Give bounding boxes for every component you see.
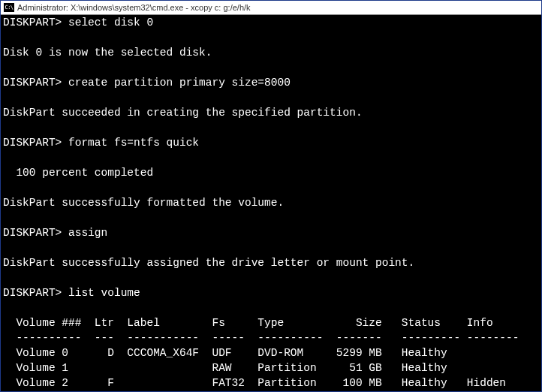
- titlebar[interactable]: C:\ Administrator: X:\windows\system32\c…: [1, 1, 541, 15]
- volume-header: Volume ### Ltr Label Fs Type Size Status…: [3, 315, 539, 330]
- terminal-line: DISKPART> select disk 0: [3, 15, 539, 30]
- volume-row: Volume 1 RAW Partition 51 GB Healthy: [3, 360, 539, 375]
- terminal-line: [3, 240, 539, 255]
- terminal-line: [3, 60, 539, 75]
- terminal-line: DISKPART> list volume: [3, 285, 539, 300]
- terminal-line: DISKPART> format fs=ntfs quick: [3, 135, 539, 150]
- cmd-icon: C:\: [4, 3, 14, 12]
- terminal-line: [3, 30, 539, 45]
- terminal-line: DISKPART> assign: [3, 225, 539, 240]
- volume-divider: ---------- --- ----------- ----- -------…: [3, 330, 539, 345]
- terminal-line: [3, 180, 539, 195]
- terminal-line: DISKPART> create partition primary size=…: [3, 75, 539, 90]
- terminal-line: 100 percent completed: [3, 165, 539, 180]
- window-title: Administrator: X:\windows\system32\cmd.e…: [17, 3, 251, 12]
- terminal-line: DiskPart successfully assigned the drive…: [3, 255, 539, 270]
- terminal-line: [3, 120, 539, 135]
- terminal-output[interactable]: DISKPART> select disk 0 Disk 0 is now th…: [1, 15, 541, 391]
- terminal-line: [3, 150, 539, 165]
- volume-row: Volume 3 C CCCOMA_X64F NTFS Removable 14…: [3, 390, 539, 391]
- cmd-window: C:\ Administrator: X:\windows\system32\c…: [0, 0, 542, 392]
- terminal-line: [3, 270, 539, 285]
- terminal-line: [3, 90, 539, 105]
- volume-row: Volume 2 F FAT32 Partition 100 MB Health…: [3, 375, 539, 390]
- volume-row: Volume 0 D CCCOMA_X64F UDF DVD-ROM 5299 …: [3, 345, 539, 360]
- terminal-line: DiskPart succeeded in creating the speci…: [3, 105, 539, 120]
- terminal-line: DiskPart successfully formatted the volu…: [3, 195, 539, 210]
- terminal-line: Disk 0 is now the selected disk.: [3, 45, 539, 60]
- terminal-line: [3, 210, 539, 225]
